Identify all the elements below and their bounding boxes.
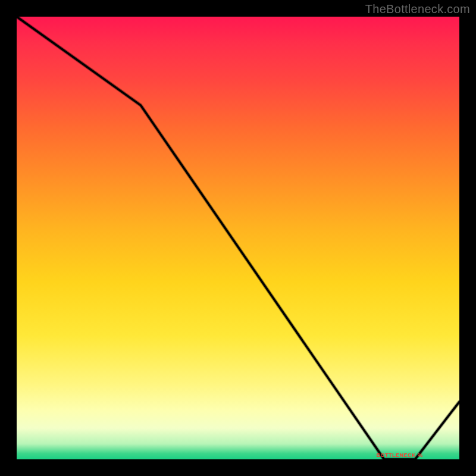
watermark-text: TheBottleneck.com [365, 2, 470, 16]
line-chart-svg [17, 17, 459, 459]
chart-line [17, 17, 459, 459]
axis-annotation: BOTTLENECK % [377, 452, 423, 458]
plot-area: BOTTLENECK % [17, 17, 459, 459]
chart-line-shadow [17, 17, 459, 459]
chart-frame: TheBottleneck.com BOTTLENECK % [0, 0, 476, 476]
chart-line-group [17, 17, 459, 459]
